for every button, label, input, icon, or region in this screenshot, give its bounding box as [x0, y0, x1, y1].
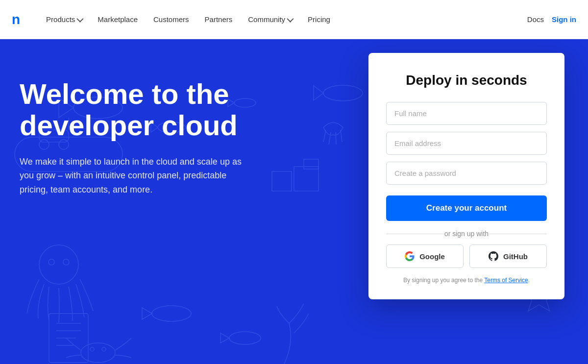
or-divider: or sign up with: [386, 230, 547, 238]
chevron-down-icon: [287, 15, 294, 22]
navbar-right: Docs Sign in: [527, 15, 576, 24]
password-input[interactable]: [386, 162, 547, 185]
signin-link[interactable]: Sign in: [552, 15, 576, 24]
signup-card-title: Deploy in seconds: [386, 73, 547, 88]
full-name-field-group: [386, 102, 547, 125]
terms-of-service-text: By signing up you agree to the Terms of …: [386, 277, 547, 284]
github-button-label: GitHub: [503, 252, 528, 261]
social-buttons: Google GitHub: [386, 244, 547, 268]
logo: n: [12, 12, 20, 27]
svg-point-16: [63, 259, 69, 265]
create-account-button[interactable]: Create your account: [386, 195, 547, 221]
nav-marketplace[interactable]: Marketplace: [91, 11, 145, 27]
github-icon: [489, 251, 498, 261]
navbar: n Products Marketplace Customers Partner…: [0, 0, 588, 39]
signup-card: Deploy in seconds Create your account or…: [368, 53, 564, 299]
hero-subtitle: We make it simple to launch in the cloud…: [20, 155, 255, 197]
nav-community[interactable]: Community: [241, 11, 299, 27]
hero-content: Welcome to the developer cloud We make i…: [20, 78, 314, 197]
svg-point-15: [49, 259, 54, 265]
google-button-label: Google: [419, 252, 445, 261]
chevron-down-icon: [77, 15, 84, 22]
terms-of-service-link[interactable]: Terms of Service: [484, 277, 528, 284]
nav-products[interactable]: Products: [39, 11, 89, 27]
svg-line-12: [336, 132, 336, 145]
hero-title: Welcome to the developer cloud: [20, 78, 314, 141]
hero-section: Welcome to the developer cloud We make i…: [0, 39, 588, 364]
svg-point-19: [81, 343, 115, 363]
password-field-group: [386, 162, 547, 185]
svg-line-10: [323, 130, 326, 142]
svg-line-13: [341, 130, 342, 142]
svg-line-11: [329, 132, 331, 145]
full-name-input[interactable]: [386, 102, 547, 125]
google-signup-button[interactable]: Google: [386, 244, 464, 268]
svg-point-20: [90, 347, 94, 351]
email-field-group: [386, 132, 547, 155]
svg-point-1: [323, 85, 363, 101]
docs-link[interactable]: Docs: [527, 15, 544, 24]
svg-point-14: [39, 245, 78, 284]
nav-links: Products Marketplace Customers Partners …: [39, 11, 337, 27]
nav-pricing[interactable]: Pricing: [301, 11, 337, 27]
svg-point-18: [229, 332, 261, 344]
github-signup-button[interactable]: GitHub: [469, 244, 547, 268]
nav-partners[interactable]: Partners: [198, 11, 240, 27]
nav-customers[interactable]: Customers: [147, 11, 196, 27]
svg-point-21: [102, 347, 106, 351]
google-icon: [405, 251, 415, 261]
email-input[interactable]: [386, 132, 547, 155]
svg-point-17: [152, 306, 191, 321]
